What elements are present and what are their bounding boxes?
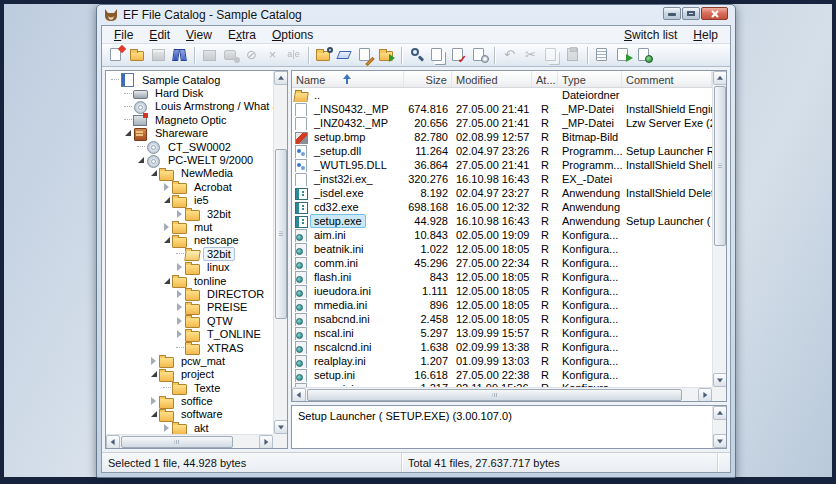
tree-item-soffice[interactable]: soffice (106, 394, 273, 407)
tree-item-shareware[interactable]: Shareware (106, 127, 273, 140)
toolbar-open-catalog-button[interactable] (128, 46, 147, 64)
toolbar-export-button[interactable] (614, 46, 633, 64)
scroll-down-icon[interactable] (274, 420, 288, 434)
scroll-down-icon[interactable] (713, 434, 727, 448)
file-row-inz0432-mp[interactable]: _INZ0432._MP20.65627.05.00 21:41R_MP-Dat… (292, 116, 726, 130)
file-row-iueudora-ini[interactable]: iueudora.ini1.11112.05.00 18:05RKonfigur… (292, 284, 726, 298)
file-row-isdel-exe[interactable]: _isdel.exe8.19202.04.97 23:27RAnwendungI… (292, 186, 726, 200)
scroll-up-icon[interactable] (274, 71, 288, 85)
file-row-nscalcnd-ini[interactable]: nscalcnd.ini1.63802.09.99 13:38RKonfigur… (292, 340, 726, 354)
tree-item-software[interactable]: software (106, 408, 273, 421)
toolbar-read-media-button[interactable] (314, 46, 333, 64)
scroll-left-icon[interactable] (106, 435, 120, 449)
list-vscroll-thumb[interactable] (714, 86, 726, 246)
close-button[interactable] (701, 7, 728, 20)
tree-item-director[interactable]: DIRECTOR (106, 287, 273, 300)
column-header-at[interactable]: At... (532, 71, 558, 87)
expanded-icon[interactable] (148, 411, 159, 417)
tree-item-32bit[interactable]: 32bit (106, 207, 273, 220)
tree-hscroll-thumb[interactable] (121, 436, 233, 448)
collapsed-icon[interactable] (161, 223, 172, 231)
file-row-setup-dll[interactable]: _setup.dll11.26402.04.97 23:26RProgramm.… (292, 144, 726, 158)
column-header-size[interactable]: Size (404, 71, 452, 87)
menu-item-file[interactable]: File (106, 27, 141, 43)
file-row-setup-exe[interactable]: setup.exe44.92816.10.98 16:43RAnwendungS… (292, 214, 726, 228)
expanded-icon[interactable] (161, 278, 172, 284)
scroll-right-icon[interactable] (698, 388, 712, 402)
toolbar-report-button[interactable] (593, 46, 612, 64)
tree-vertical-scrollbar[interactable] (273, 71, 287, 434)
tree-item-acrobat[interactable]: Acrobat (106, 180, 273, 193)
tree-item-ie5[interactable]: ie5 (106, 194, 273, 207)
file-row-nsabcnd-ini[interactable]: nsabcnd.ini2.45812.05.00 18:05RKonfigura… (292, 312, 726, 326)
list-horizontal-scrollbar[interactable] (292, 387, 712, 401)
collapsed-icon[interactable] (174, 317, 185, 325)
column-header-modified[interactable]: Modified (452, 71, 532, 87)
tree-item-akt[interactable]: akt (106, 421, 273, 434)
tree-item-texte[interactable]: Texte (106, 381, 273, 394)
expanded-icon[interactable] (161, 197, 172, 203)
scroll-left-icon[interactable] (292, 388, 306, 402)
file-row-beatnik-ini[interactable]: beatnik.ini1.02212.05.00 18:05RKonfigura… (292, 242, 726, 256)
scroll-up-icon[interactable] (713, 71, 727, 85)
tree-item-project[interactable]: project (106, 368, 273, 381)
expanded-icon[interactable] (122, 130, 133, 136)
file-row-setup-bmp[interactable]: setup.bmp82.78002.08.99 12:57RBitmap-Bil… (292, 130, 726, 144)
menu-item-edit[interactable]: Edit (141, 27, 178, 43)
tree-item-tonline[interactable]: tonline (106, 274, 273, 287)
expanded-icon[interactable] (148, 371, 159, 377)
column-header-comment[interactable]: Comment (622, 71, 712, 87)
menu-item-help[interactable]: Help (685, 27, 726, 43)
detail-scrollbar[interactable] (712, 406, 726, 448)
maximize-button[interactable] (682, 7, 700, 20)
tree-item-preise[interactable]: PREISE (106, 301, 273, 314)
minimize-button[interactable] (663, 7, 681, 20)
tree-item-newmedia[interactable]: NewMedia (106, 167, 273, 180)
file-row-aim-ini[interactable]: aim.ini10.84302.05.00 19:09RKonfigura... (292, 228, 726, 242)
toolbar-browse-volume-button[interactable] (377, 46, 396, 64)
collapsed-icon[interactable] (161, 424, 172, 432)
collapsed-icon[interactable] (148, 397, 159, 405)
collapsed-icon[interactable] (148, 357, 159, 365)
tree-item-mut[interactable]: mut (106, 220, 273, 233)
tree-item-xtras[interactable]: XTRAS (106, 341, 273, 354)
file-row-flash-ini[interactable]: flash.ini84312.05.00 18:05RKonfigura... (292, 270, 726, 284)
file-row-setup-ini[interactable]: setup.ini16.61827.05.00 22:38RKonfigura.… (292, 368, 726, 382)
collapsed-icon[interactable] (174, 210, 185, 218)
collapsed-icon[interactable] (161, 183, 172, 191)
file-row-nscal-ini[interactable]: nscal.ini5.29713.09.99 15:57RKonfigura..… (292, 326, 726, 340)
tree-item-netscape[interactable]: netscape (106, 234, 273, 247)
scroll-right-icon[interactable] (259, 435, 273, 449)
tree-item-linux[interactable]: linux (106, 260, 273, 273)
tree-item-qtw[interactable]: QTW (106, 314, 273, 327)
tree-item-louis-armstrong-what-a-wonde[interactable]: Louis Armstrong / What a Wonde (106, 100, 273, 113)
menu-item-view[interactable]: View (178, 27, 220, 43)
tree-item-hard-disk[interactable]: Hard Disk (106, 86, 273, 99)
toolbar-import-export-button[interactable] (170, 46, 189, 64)
toolbar-find-duplicates-button[interactable] (428, 46, 447, 64)
file-row-realplay-ini[interactable]: realplay.ini1.20701.09.99 13:03RKonfigur… (292, 354, 726, 368)
file-row-wutl95-dll[interactable]: _WUTL95.DLL36.86427.05.00 21:41RProgramm… (292, 158, 726, 172)
expanded-icon[interactable] (161, 237, 172, 243)
toolbar-internet-button[interactable] (635, 46, 654, 64)
tree-item-t-online[interactable]: T_ONLINE (106, 327, 273, 340)
toolbar-edit-comment-button[interactable] (356, 46, 375, 64)
file-row-ins0432-mp[interactable]: _INS0432._MP674.81627.05.00 21:41R_MP-Da… (292, 102, 726, 116)
tree-item-32bit[interactable]: 32bit (106, 247, 273, 260)
column-header-type[interactable]: Type (558, 71, 622, 87)
file-row-cd32-exe[interactable]: cd32.exe698.16816.05.00 12:32RAnwendung (292, 200, 726, 214)
list-vertical-scrollbar[interactable] (712, 71, 726, 387)
menu-item-switch-list[interactable]: Switch list (616, 27, 685, 43)
tree-item-pcw-mat[interactable]: pcw_mat (106, 354, 273, 367)
tree-horizontal-scrollbar[interactable] (106, 434, 273, 448)
menu-item-extra[interactable]: Extra (220, 27, 264, 43)
column-header-name[interactable]: Name (292, 71, 404, 87)
file-row-item[interactable]: ..Dateiordner (292, 88, 726, 102)
tree-item-magneto-optic[interactable]: Magneto Optic (106, 113, 273, 126)
file-row-inst32i-ex[interactable]: _inst32i.ex_320.27616.10.98 16:43REX_-Da… (292, 172, 726, 186)
menu-item-options[interactable]: Options (264, 27, 321, 43)
collapsed-icon[interactable] (174, 290, 185, 298)
scroll-up-icon[interactable] (713, 406, 727, 420)
scroll-down-icon[interactable] (713, 373, 727, 387)
file-row-comm-ini[interactable]: comm.ini45.29627.05.00 22:34RKonfigura..… (292, 256, 726, 270)
